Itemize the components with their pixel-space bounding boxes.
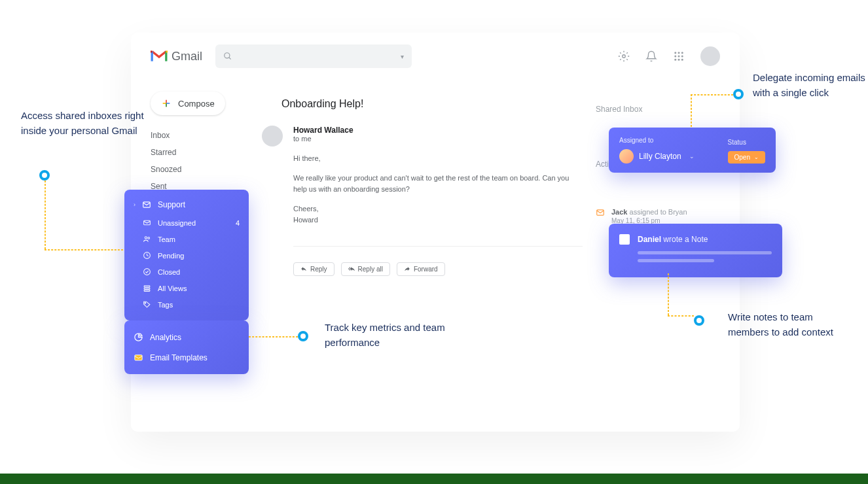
support-team[interactable]: Team bbox=[124, 231, 249, 247]
email-body-2: Cheers, bbox=[293, 203, 583, 215]
svg-rect-27 bbox=[135, 355, 142, 360]
support-menu: › Support Unassigned4 Team Pending Close… bbox=[124, 190, 249, 320]
annotation-shared-inbox: Access shared inboxes right inside your … bbox=[21, 109, 145, 138]
connector-line bbox=[45, 249, 123, 251]
annotation-notes: Write notes to team members to add conte… bbox=[728, 310, 852, 339]
assigned-to-label: Assigned to bbox=[619, 137, 695, 144]
email-body: Hi there, We really like your product an… bbox=[293, 153, 583, 226]
search-input[interactable]: ▾ bbox=[215, 44, 412, 68]
svg-point-6 bbox=[674, 56, 676, 58]
reply-button[interactable]: Reply bbox=[293, 262, 335, 276]
svg-point-11 bbox=[681, 59, 683, 61]
reply-all-icon bbox=[348, 266, 355, 272]
marker-dot bbox=[39, 170, 50, 181]
apps-grid-icon[interactable] bbox=[673, 50, 685, 62]
forward-button[interactable]: Forward bbox=[397, 262, 445, 276]
template-icon bbox=[134, 353, 143, 362]
compose-button[interactable]: Compose bbox=[151, 92, 225, 115]
bell-icon[interactable] bbox=[645, 50, 657, 62]
marker-dot bbox=[298, 331, 308, 341]
annotation-delegate: Delegate incoming emails with a single c… bbox=[753, 71, 868, 100]
svg-point-20 bbox=[148, 237, 150, 239]
svg-point-10 bbox=[678, 59, 680, 61]
chevron-down-icon: ⌄ bbox=[754, 154, 759, 160]
support-pending[interactable]: Pending bbox=[124, 247, 249, 264]
analytics-button[interactable]: Analytics bbox=[124, 327, 249, 347]
note-placeholder-line bbox=[638, 259, 714, 262]
user-avatar[interactable] bbox=[700, 46, 720, 66]
assignee-avatar bbox=[619, 149, 634, 164]
header: Gmail ▾ bbox=[131, 33, 740, 80]
connector-line bbox=[668, 273, 669, 315]
sidebar-item-starred[interactable]: Starred bbox=[151, 144, 236, 161]
chevron-down-icon[interactable]: ▾ bbox=[401, 53, 404, 60]
svg-point-5 bbox=[681, 52, 683, 54]
email-body-1: We really like your product and can't wa… bbox=[293, 173, 583, 196]
support-unassigned[interactable]: Unassigned4 bbox=[124, 215, 249, 231]
chevron-down-icon: ⌄ bbox=[689, 153, 695, 160]
search-icon bbox=[223, 52, 232, 61]
email-pane: Onboarding Help! Howard Wallace to me Hi… bbox=[262, 98, 583, 276]
chevron-right-icon: › bbox=[134, 201, 136, 208]
assigned-panel: Assigned to Lilly Clayton ⌄ Status Open … bbox=[609, 128, 776, 173]
sidebar-item-inbox[interactable]: Inbox bbox=[151, 127, 236, 144]
svg-rect-23 bbox=[144, 286, 150, 287]
sidebar: Compose Inbox Starred Snoozed Sent bbox=[151, 92, 236, 195]
email-actions: Reply Reply all Forward bbox=[293, 262, 583, 276]
svg-point-7 bbox=[678, 56, 680, 58]
users-icon bbox=[143, 235, 151, 243]
activity-log-item: Jack assigned to Bryan May 11, 6:15 pm bbox=[596, 208, 727, 224]
connector-line bbox=[691, 94, 733, 95]
svg-point-0 bbox=[225, 53, 230, 58]
support-tags[interactable]: Tags bbox=[124, 296, 249, 313]
note-panel: Daniel wrote a Note bbox=[609, 224, 782, 277]
gear-icon[interactable] bbox=[618, 50, 630, 62]
shared-inbox-label: Shared Inbox bbox=[596, 105, 727, 114]
svg-point-22 bbox=[144, 269, 151, 275]
tools-menu: Analytics Email Templates bbox=[124, 320, 249, 374]
note-header: Daniel wrote a Note bbox=[619, 234, 772, 245]
svg-line-1 bbox=[229, 58, 231, 60]
inbox-icon bbox=[142, 200, 151, 209]
marker-dot bbox=[694, 315, 704, 326]
note-icon bbox=[619, 234, 630, 245]
sender-to: to me bbox=[293, 135, 583, 143]
reply-all-button[interactable]: Reply all bbox=[341, 262, 390, 276]
support-allviews[interactable]: All Views bbox=[124, 280, 249, 296]
clock-icon bbox=[143, 251, 151, 260]
svg-point-2 bbox=[623, 55, 626, 58]
svg-point-4 bbox=[678, 52, 680, 54]
brand-label: Gmail bbox=[172, 50, 202, 63]
sender-avatar bbox=[262, 126, 283, 147]
sidebar-item-snoozed[interactable]: Snoozed bbox=[151, 161, 236, 178]
status-label: Status bbox=[728, 139, 765, 146]
note-placeholder-line bbox=[638, 251, 772, 254]
annotation-analytics: Track key metrics and team performance bbox=[325, 320, 449, 350]
header-icons bbox=[618, 46, 720, 66]
svg-rect-25 bbox=[144, 290, 150, 291]
status-selector[interactable]: Open ⌄ bbox=[728, 151, 765, 164]
support-closed[interactable]: Closed bbox=[124, 264, 249, 280]
gmail-logo: Gmail bbox=[151, 50, 202, 63]
support-header[interactable]: › Support bbox=[124, 198, 249, 215]
activity-text: assigned to Bryan bbox=[630, 208, 687, 216]
templates-button[interactable]: Email Templates bbox=[124, 347, 249, 368]
tag-icon bbox=[143, 300, 151, 309]
connector-line bbox=[691, 94, 692, 127]
marker-dot bbox=[733, 89, 744, 99]
gmail-m-icon bbox=[151, 50, 168, 63]
email-subject: Onboarding Help! bbox=[281, 98, 583, 110]
check-circle-icon bbox=[143, 268, 151, 276]
mail-icon bbox=[596, 208, 605, 217]
svg-point-3 bbox=[674, 52, 676, 54]
plus-icon bbox=[161, 98, 172, 109]
assignee-selector[interactable]: Lilly Clayton ⌄ bbox=[619, 149, 695, 164]
svg-point-19 bbox=[145, 237, 147, 239]
activity-name: Jack bbox=[611, 208, 627, 216]
connector-line bbox=[45, 181, 46, 249]
connector-line bbox=[668, 315, 694, 317]
footer-bar bbox=[0, 474, 868, 484]
pie-chart-icon bbox=[134, 332, 143, 342]
svg-point-26 bbox=[145, 303, 146, 304]
compose-label: Compose bbox=[178, 99, 215, 109]
